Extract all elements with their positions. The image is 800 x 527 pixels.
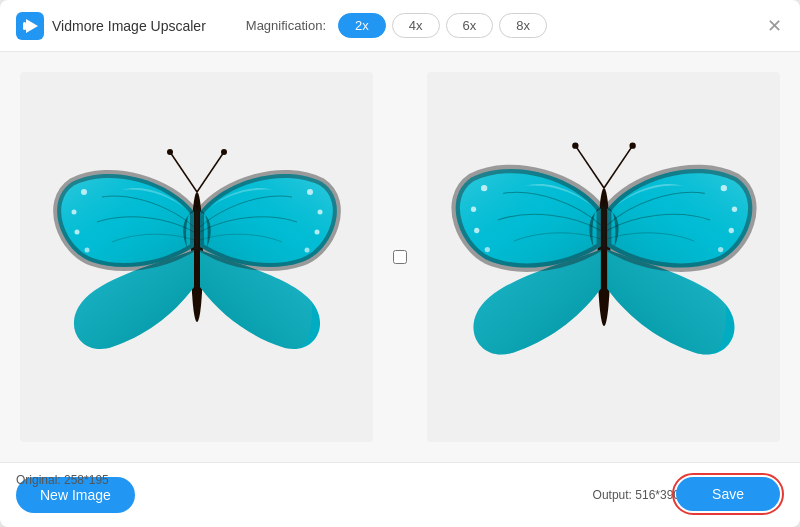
svg-point-18 [572,142,578,148]
original-image-panel [20,72,373,442]
svg-point-13 [317,210,322,215]
svg-point-7 [221,149,227,155]
svg-point-11 [84,248,89,253]
svg-point-24 [484,247,489,252]
magnification-label: Magnification: [246,18,326,33]
svg-point-14 [314,230,319,235]
app-window: Vidmore Image Upscaler Magnification: 2x… [0,0,800,527]
compare-divider [393,250,407,264]
app-title: Vidmore Image Upscaler [52,18,206,34]
output-info: Output: 516*390 [593,488,680,502]
svg-rect-2 [23,22,26,30]
svg-point-12 [307,189,313,195]
magnification-buttons: 2x 4x 6x 8x [338,13,547,38]
svg-point-10 [74,230,79,235]
app-logo-icon [16,12,44,40]
compare-checkbox[interactable] [393,250,407,264]
title-bar: Vidmore Image Upscaler Magnification: 2x… [0,0,800,52]
svg-point-8 [81,189,87,195]
svg-point-20 [629,142,635,148]
svg-point-28 [718,247,723,252]
svg-line-19 [604,146,633,188]
mag-btn-8x[interactable]: 8x [499,13,547,38]
svg-point-26 [731,207,736,212]
output-image-panel [427,72,780,442]
svg-point-23 [474,228,479,233]
original-butterfly [20,72,373,442]
svg-point-21 [480,185,486,191]
mag-btn-4x[interactable]: 4x [392,13,440,38]
svg-point-5 [167,149,173,155]
mag-btn-6x[interactable]: 6x [446,13,494,38]
original-info: Original: 258*195 [16,473,109,487]
bottom-bar: New Image Original: 258*195 Output: 516*… [0,462,800,527]
main-content [0,52,800,462]
output-butterfly [427,72,780,442]
svg-point-22 [470,207,475,212]
svg-line-17 [575,146,604,188]
mag-btn-2x[interactable]: 2x [338,13,386,38]
save-button-wrapper: Save [672,473,784,515]
save-button[interactable]: Save [676,477,780,511]
svg-line-6 [197,152,224,192]
close-button[interactable]: ✕ [764,16,784,36]
svg-point-15 [304,248,309,253]
svg-point-27 [728,228,733,233]
svg-line-4 [170,152,197,192]
svg-point-25 [720,185,726,191]
svg-point-9 [71,210,76,215]
